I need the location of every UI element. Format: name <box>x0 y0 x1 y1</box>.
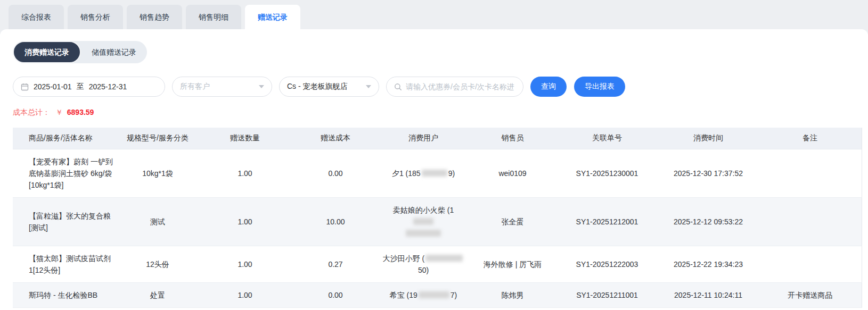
tab-gift-records[interactable]: 赠送记录 <box>245 5 300 29</box>
cell-cost: 0.00 <box>293 149 378 197</box>
redacted-phone-segment <box>413 218 433 225</box>
cell-qty: 1.00 <box>197 149 293 197</box>
search-icon <box>394 83 402 91</box>
column-header-user: 消费用户 <box>378 128 469 149</box>
cell-order_no: SY1-20251212001 <box>556 197 658 246</box>
cell-time: 2025-12-11 10:24:11 <box>658 282 759 307</box>
redacted-phone-segment <box>425 255 463 262</box>
cell-remark: 开卡赠送商品 <box>759 282 862 307</box>
subtab-stored-value-gift-records[interactable]: 储值赠送记录 <box>81 41 147 63</box>
cell-order_no: SY1-20251211001 <box>556 282 658 307</box>
table-header-row: 商品/服务/活体名称规格型号/服务分类赠送数量赠送成本消费用户销售员关联单号消费… <box>13 128 862 149</box>
cell-user: 卖姑娘的小火柴 (1 <box>378 197 469 246</box>
table-row: 【猫太郎】测试疫苗试剂1[12头份]12头份1.000.27大沙田小野 (50)… <box>13 246 862 282</box>
table-row: 【富粒滋】张大的复合粮[测试]测试1.0010.00卖姑娘的小火柴 (1张全蛋S… <box>13 197 862 246</box>
cost-total-label: 成本总计： <box>13 108 50 116</box>
cell-time: 2025-12-30 17:37:52 <box>658 149 759 197</box>
date-separator: 至 <box>77 82 84 91</box>
calendar-icon <box>21 83 29 91</box>
column-header-remark: 备注 <box>759 128 862 149</box>
cell-cost: 10.00 <box>293 197 378 246</box>
filter-row: 2025-01-01 至 2025-12-31 所有客户 Cs - 宠老板旗舰店… <box>13 77 855 97</box>
cell-name: 【富粒滋】张大的复合粮[测试] <box>13 197 118 246</box>
date-start-value[interactable]: 2025-01-01 <box>34 82 72 91</box>
search-input[interactable] <box>406 82 515 91</box>
date-end-value[interactable]: 2025-12-31 <box>89 82 127 91</box>
cell-user: 夕1 (1859) <box>378 149 469 197</box>
cell-seller: 陈炜男 <box>469 282 556 307</box>
cell-seller: wei0109 <box>469 149 556 197</box>
redacted-phone-segment <box>422 170 447 177</box>
table-row: 斯玛特 - 生化检验BB处置1.000.00希宝 (197)陈炜男SY1-202… <box>13 282 862 307</box>
cell-seller: 海外散修 | 厉飞雨 <box>469 246 556 282</box>
report-tab-bar: 综合报表销售分析销售趋势销售明细赠送记录 <box>0 0 868 29</box>
customer-select[interactable]: 所有客户 <box>172 77 272 97</box>
chevron-down-icon <box>366 85 371 88</box>
cell-order_no: SY1-20251222003 <box>556 246 658 282</box>
column-header-time: 消费时间 <box>658 128 759 149</box>
redacted-phone-segment <box>419 291 449 298</box>
cell-order_no: SY1-20251230001 <box>556 149 658 197</box>
cell-remark <box>759 246 862 282</box>
cell-remark <box>759 149 862 197</box>
gift-records-table: 商品/服务/活体名称规格型号/服务分类赠送数量赠送成本消费用户销售员关联单号消费… <box>13 128 862 308</box>
cell-spec: 12头份 <box>118 246 197 282</box>
store-select[interactable]: Cs - 宠老板旗舰店 <box>279 77 379 97</box>
redacted-phone-segment <box>406 230 441 237</box>
column-header-name: 商品/服务/活体名称 <box>13 128 118 149</box>
cell-remark <box>759 197 862 246</box>
cell-qty: 1.00 <box>197 197 293 246</box>
cell-user: 大沙田小野 (50) <box>378 246 469 282</box>
tab-sales-trend[interactable]: 销售趋势 <box>127 5 182 29</box>
customer-select-placeholder: 所有客户 <box>180 82 210 91</box>
cell-spec: 处置 <box>118 282 197 307</box>
cell-name: 【宠爱有家】蔚刻 一铲到底钠基膨润土猫砂 6kg/袋[10kg*1袋] <box>13 149 118 197</box>
cell-time: 2025-12-12 09:53:22 <box>658 197 759 246</box>
column-header-order_no: 关联单号 <box>556 128 658 149</box>
coupon-search-box <box>386 77 523 97</box>
cell-seller: 张全蛋 <box>469 197 556 246</box>
cell-spec: 测试 <box>118 197 197 246</box>
cell-spec: 10kg*1袋 <box>118 149 197 197</box>
cell-cost: 0.27 <box>293 246 378 282</box>
column-header-cost: 赠送成本 <box>293 128 378 149</box>
query-button[interactable]: 查询 <box>530 77 567 97</box>
table-row: 【宠爱有家】蔚刻 一铲到底钠基膨润土猫砂 6kg/袋[10kg*1袋]10kg*… <box>13 149 862 197</box>
store-select-value: Cs - 宠老板旗舰店 <box>287 82 348 91</box>
cell-time: 2025-12-22 19:34:23 <box>658 246 759 282</box>
date-range-picker[interactable]: 2025-01-01 至 2025-12-31 <box>13 77 165 97</box>
cost-total-amount: 6893.59 <box>67 108 94 116</box>
chevron-down-icon <box>259 85 264 88</box>
currency-symbol: ￥ <box>55 108 63 116</box>
export-report-button[interactable]: 导出报表 <box>574 77 625 97</box>
tab-summary-report[interactable]: 综合报表 <box>9 5 64 29</box>
cell-user: 希宝 (197) <box>378 282 469 307</box>
table-body: 【宠爱有家】蔚刻 一铲到底钠基膨润土猫砂 6kg/袋[10kg*1袋]10kg*… <box>13 149 862 307</box>
column-header-qty: 赠送数量 <box>197 128 293 149</box>
subtab-consume-gift-records[interactable]: 消费赠送记录 <box>13 41 81 63</box>
column-header-spec: 规格型号/服务分类 <box>118 128 197 149</box>
cell-cost: 0.00 <box>293 282 378 307</box>
cell-qty: 1.00 <box>197 246 293 282</box>
cell-name: 斯玛特 - 生化检验BB <box>13 282 118 307</box>
cell-qty: 1.00 <box>197 282 293 307</box>
column-header-seller: 销售员 <box>469 128 556 149</box>
content-card: 消费赠送记录储值赠送记录 2025-01-01 至 2025-12-31 所有客… <box>0 29 868 310</box>
cell-name: 【猫太郎】测试疫苗试剂1[12头份] <box>13 246 118 282</box>
tab-sales-analysis[interactable]: 销售分析 <box>68 5 123 29</box>
tab-sales-detail[interactable]: 销售明细 <box>186 5 241 29</box>
gift-record-type-switch: 消费赠送记录储值赠送记录 <box>13 41 147 63</box>
cost-total: 成本总计： ￥ 6893.59 <box>13 108 855 118</box>
